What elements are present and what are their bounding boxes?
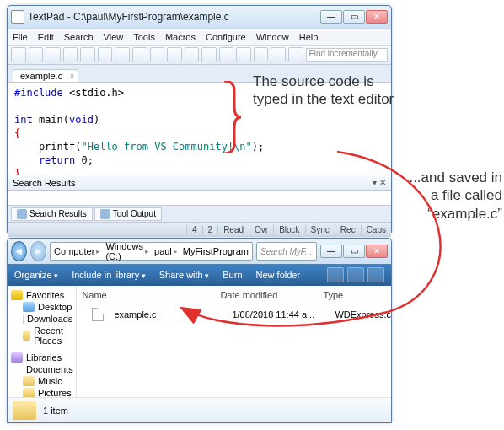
forward-button[interactable]: ► [30,241,46,261]
wrap-icon[interactable] [236,47,251,62]
share-button[interactable]: Share with [159,270,210,280]
search-results-header[interactable]: Search Results ▾ ✕ [8,175,391,190]
explorer-titlebar[interactable]: ◄ ► Computer▸ Windows (C:)▸ paul▸ MyFirs… [8,239,391,264]
crumb-computer[interactable]: Computer▸ [52,246,102,256]
run-icon[interactable] [254,47,269,62]
explorer-body: Favorites Desktop Downloads Recent Place… [8,286,391,397]
menu-file[interactable]: File [13,32,28,42]
explorer-statusbar: 1 item [8,397,391,422]
minimize-button[interactable]: — [320,10,342,24]
tab-search-results[interactable]: Search Results [11,207,93,221]
nav-recent[interactable]: Recent Places [9,325,74,347]
help-icon[interactable] [288,47,303,62]
incremental-find-input[interactable]: Find incrementally [306,48,388,62]
print-icon[interactable] [63,47,78,62]
redo-icon[interactable] [150,47,165,62]
crumb-drive[interactable]: Windows (C:)▸ [104,241,151,261]
tab-example-c[interactable]: example.c × [13,69,78,82]
panel-toggle-icon[interactable]: ▾ ✕ [373,178,386,187]
explorer-toolbar: Organize Include in library Share with B… [8,264,391,286]
include-library-button[interactable]: Include in library [72,270,146,280]
nav-desktop[interactable]: Desktop [9,301,74,313]
code-printf: printf( [14,141,81,153]
col-name[interactable]: Name [77,290,220,300]
navigation-pane[interactable]: Favorites Desktop Downloads Recent Place… [8,286,77,397]
textpad-window: TextPad - C:\paul\MyFirstProgram\example… [7,5,392,233]
explorer-search-input[interactable]: Search MyF... [256,242,317,261]
tab-close-icon[interactable]: × [70,72,74,80]
new-folder-button[interactable]: New folder [256,270,301,280]
undo-icon[interactable] [132,47,147,62]
crumb-label: paul [154,246,172,256]
libraries-icon [11,352,23,363]
code-open-brace: { [14,127,20,139]
nav-pictures[interactable]: Pictures [9,387,74,397]
crumb-label: Computer [54,246,94,256]
status-line: 4 [186,225,197,234]
replace-icon[interactable] [185,47,200,62]
back-button[interactable]: ◄ [11,241,27,261]
nav-documents[interactable]: Documents [9,363,74,375]
col-date[interactable]: Date modified [220,290,323,300]
nav-label: Recent Places [34,325,72,346]
status-read: Read [217,225,244,234]
macro-icon[interactable] [271,47,286,62]
organize-button[interactable]: Organize [14,270,58,280]
copy-icon[interactable] [98,47,113,62]
code-include-kw: #include [14,87,63,99]
maximize-button[interactable]: ▭ [343,245,365,258]
nav-label: Downloads [27,314,72,324]
menu-configure[interactable]: Configure [206,32,246,42]
search-results-icon [17,209,27,219]
open-icon[interactable] [29,47,44,62]
burn-button[interactable]: Burn [223,270,242,280]
downloads-icon [23,314,24,324]
menu-view[interactable]: View [104,32,124,42]
save-icon[interactable] [46,47,61,62]
find-icon[interactable] [167,47,182,62]
music-icon [23,376,35,386]
pictures-icon [23,388,35,397]
statusbar: 4 2 Read Ovr Block Sync Rec Caps [8,222,391,237]
tab-search-results-label: Search Results [29,209,87,218]
nav-libraries[interactable]: Libraries [9,352,74,363]
minimize-button[interactable]: — [320,245,342,258]
nav-music[interactable]: Music [9,375,74,387]
paste-icon[interactable] [115,47,130,62]
status-caps: Caps [361,225,386,234]
window-title: TextPad - C:\paul\MyFirstProgram\example… [28,11,320,23]
crumb-paul[interactable]: paul▸ [153,246,180,256]
app-icon [11,10,24,24]
nav-label: Desktop [38,302,72,312]
close-button[interactable]: ✕ [366,10,388,24]
new-icon[interactable] [11,47,26,62]
outdent-icon[interactable] [219,47,234,62]
status-ovr: Ovr [249,225,268,234]
address-bar[interactable]: Computer▸ Windows (C:)▸ paul▸ MyFirstPro… [50,242,253,261]
menu-tools[interactable]: Tools [133,32,155,42]
menu-search[interactable]: Search [64,32,94,42]
file-list: Name Date modified Type example.c 1/08/2… [77,286,391,397]
maximize-button[interactable]: ▭ [343,10,365,24]
bracket-annotation [223,81,241,153]
help-icon[interactable] [367,267,384,282]
chevron-right-icon: ▸ [96,247,100,255]
menu-edit[interactable]: Edit [38,32,54,42]
menu-macros[interactable]: Macros [165,32,196,42]
code-close-brace: } [14,168,20,175]
indent-icon[interactable] [201,47,217,62]
nav-downloads[interactable]: Downloads [9,313,74,325]
close-button[interactable]: ✕ [366,245,388,258]
crumb-folder[interactable]: MyFirstProgram [181,246,250,256]
col-type[interactable]: Type [323,290,391,300]
preview-pane-icon[interactable] [347,267,364,282]
tab-tool-output[interactable]: Tool Output [94,207,162,221]
code-paren: ) [94,114,99,126]
nav-favorites[interactable]: Favorites [9,289,74,301]
view-options-icon[interactable] [327,267,344,282]
cut-icon[interactable] [80,47,95,62]
file-row-example-c[interactable]: example.c 1/08/2018 11:44 a... WDExpress… [77,304,391,321]
menu-help[interactable]: Help [299,32,319,42]
menu-window[interactable]: Window [256,32,289,42]
titlebar[interactable]: TextPad - C:\paul\MyFirstProgram\example… [8,6,391,28]
